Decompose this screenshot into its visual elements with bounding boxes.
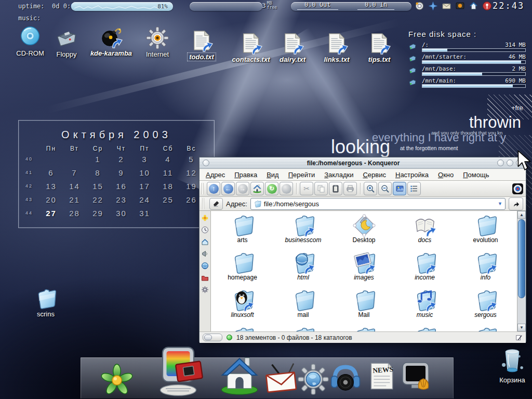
zoom-in-button[interactable]	[364, 182, 377, 195]
file-item-sergous[interactable]: sergous	[455, 288, 516, 326]
toolbar-handle[interactable]	[202, 198, 204, 209]
titlebar[interactable]: file:/home/sergous - Konqueror	[200, 157, 526, 169]
address-dropdown-icon[interactable]: ▼	[498, 201, 502, 206]
browser-globe-gear-icon[interactable]	[297, 363, 329, 395]
kde-gear-tray-icon[interactable]	[415, 1, 424, 11]
stop-button[interactable]	[280, 182, 293, 195]
network-globe-icon[interactable]	[201, 262, 209, 270]
file-item-images[interactable]: images	[334, 251, 394, 288]
system-monitor-icon[interactable]	[155, 347, 205, 396]
address-input[interactable]: file:/home/sergous ▼	[250, 198, 506, 210]
paste-button[interactable]	[329, 182, 342, 195]
scrollbar-thumb[interactable]	[518, 219, 525, 298]
desktop-icon-tips-txt[interactable]: tips.txt	[355, 31, 403, 63]
window-main: arts businesscom Desktop docs evolution	[200, 211, 526, 331]
file-item-mail2[interactable]: Mail	[334, 288, 394, 326]
file-item-partial[interactable]	[334, 326, 394, 331]
folder-icon	[254, 200, 261, 208]
close-button[interactable]	[516, 159, 523, 166]
file-item-partial[interactable]	[394, 326, 455, 331]
scroll-down-icon[interactable]: ▼	[517, 324, 526, 331]
kmenu-flower-icon[interactable]	[100, 362, 134, 396]
menu-bookmarks[interactable]: Закладки	[324, 171, 353, 179]
forward-button[interactable]: →	[236, 182, 249, 195]
reload-button[interactable]: ↻	[265, 182, 278, 195]
disk-bar	[422, 60, 526, 64]
cut-button[interactable]: ✂	[300, 182, 313, 195]
desktop-icon-dairy-txt[interactable]: dairy.txt	[269, 31, 316, 63]
menu-edit[interactable]: Правка	[234, 171, 257, 179]
go-button[interactable]	[509, 197, 523, 210]
up-button[interactable]: ↑	[207, 182, 220, 195]
file-item-music[interactable]: music	[394, 288, 455, 326]
copy-button[interactable]	[314, 182, 328, 195]
statusbar-grip-icon[interactable]	[515, 334, 523, 341]
home-tray-icon[interactable]	[469, 1, 478, 11]
menu-tools[interactable]: Сервис	[363, 171, 386, 179]
root-folder-icon[interactable]	[201, 274, 209, 282]
split-slider[interactable]	[203, 334, 222, 341]
file-item-income[interactable]: income	[394, 251, 455, 288]
list-view-button[interactable]	[407, 182, 421, 195]
file-item-info[interactable]: info	[455, 251, 516, 288]
print-icon	[346, 184, 354, 193]
file-item-html[interactable]: html	[273, 251, 334, 288]
disk-row-main: /mnt/main: 690 MB	[408, 77, 527, 89]
folder-icon	[34, 287, 57, 310]
menu-go[interactable]: Перейти	[288, 171, 315, 179]
menu-view[interactable]: Вид	[267, 171, 279, 179]
trash-icon[interactable]: Корзина	[491, 346, 532, 384]
file-item-businesscom[interactable]: businesscom	[273, 214, 334, 251]
desktop-icon-kde-karamba[interactable]: kde-karamba	[85, 25, 137, 57]
back-button[interactable]: ←	[221, 182, 235, 195]
menu-window[interactable]: Окно	[438, 171, 454, 179]
file-item-desktop[interactable]: Desktop	[334, 214, 394, 251]
history-clock-icon[interactable]	[201, 226, 209, 234]
file-item-mail[interactable]: mail	[273, 288, 334, 326]
key-tray-icon[interactable]	[482, 1, 492, 11]
menu-help[interactable]: Помощь	[463, 171, 489, 179]
scrollbar-track[interactable]	[517, 219, 526, 324]
clear-location-button[interactable]	[209, 198, 223, 210]
menu-settings[interactable]: Настройка	[395, 171, 429, 179]
desktop-icon-internet[interactable]: Internet	[134, 26, 181, 58]
toolbar-handle[interactable]	[202, 183, 204, 194]
text-file-icon	[367, 31, 391, 55]
desktop-icon-scrins[interactable]: scrins	[26, 287, 65, 318]
icon-view-button[interactable]	[393, 182, 406, 195]
media-tray-icon[interactable]	[455, 1, 465, 11]
file-item-partial[interactable]	[455, 326, 516, 331]
minimize-button[interactable]	[497, 159, 504, 166]
zoom-out-button[interactable]	[378, 182, 392, 195]
home-icon[interactable]	[218, 354, 261, 396]
horn-icon[interactable]	[201, 250, 209, 258]
go-arrow-icon	[512, 200, 520, 208]
file-item-partial[interactable]	[212, 326, 273, 331]
services-gear-icon[interactable]	[201, 286, 209, 294]
vertical-scrollbar[interactable]: ▲ ▼	[517, 211, 526, 331]
news-reader-icon[interactable]: NEWS	[365, 359, 399, 393]
mail-icon[interactable]	[263, 360, 299, 396]
home-folder-icon[interactable]	[201, 238, 209, 246]
file-item-arts[interactable]: arts	[212, 214, 273, 251]
file-item-homepage[interactable]: homepage	[212, 251, 273, 288]
media-player-icon[interactable]	[327, 359, 364, 395]
terminal-shell-icon[interactable]	[399, 360, 432, 393]
star-tray-icon[interactable]	[428, 1, 438, 11]
desktop-icon-floppy[interactable]: Floppy	[43, 26, 90, 58]
file-item-partial[interactable]	[273, 326, 334, 331]
scroll-up-icon[interactable]: ▲	[517, 211, 526, 219]
print-button[interactable]	[343, 182, 357, 195]
maximize-button[interactable]	[507, 159, 513, 166]
file-item-docs[interactable]: docs	[394, 214, 455, 251]
calendar-weekday-header: ПнВт СрЧт ПтСб Вс	[19, 145, 214, 152]
bookmarks-flower-icon[interactable]	[201, 214, 209, 222]
home-button[interactable]	[250, 182, 264, 195]
menu-address[interactable]: Адрес	[206, 171, 225, 179]
mail-tray-icon[interactable]	[442, 1, 451, 11]
file-item-evolution[interactable]: evolution	[455, 214, 516, 251]
window-menu-button[interactable]	[203, 159, 209, 166]
file-item-linuxsoft[interactable]: linuxsoft	[212, 288, 273, 326]
desktop-icon-links-txt[interactable]: links.txt	[313, 31, 361, 63]
desktop-icon-todo-txt[interactable]: todo.txt	[178, 29, 225, 61]
